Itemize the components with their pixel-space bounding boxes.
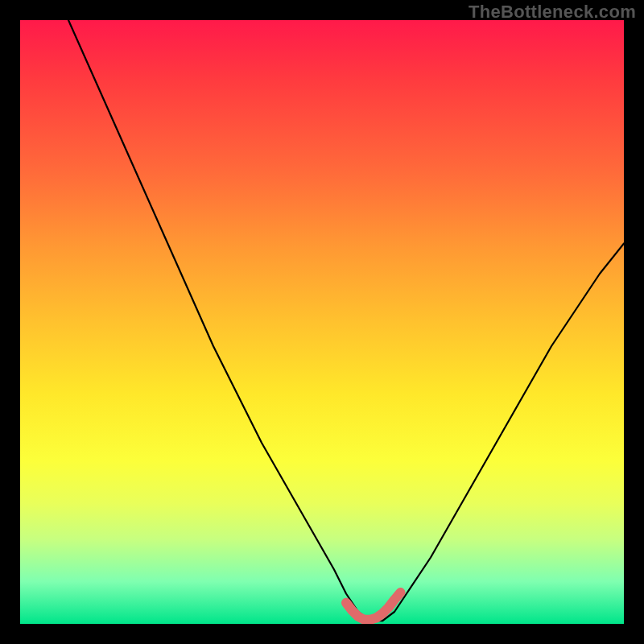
chart-svg [20, 20, 624, 624]
bottleneck-curve [68, 20, 624, 621]
optimal-band [346, 592, 401, 620]
chart-frame: TheBottleneck.com [0, 0, 644, 644]
plot-area [20, 20, 624, 624]
